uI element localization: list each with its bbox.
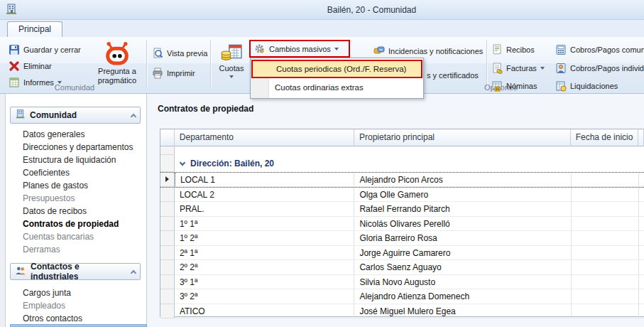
cell-propietario[interactable]: Olga Olle Gamero: [354, 188, 571, 203]
column-header-propietario[interactable]: Propietario principal: [354, 129, 571, 146]
print-button[interactable]: Imprimir: [152, 66, 195, 80]
sidebar-item-otros-contactos[interactable]: Otros contactos: [6, 312, 147, 325]
cell-propietario[interactable]: Gloria Barreiro Rosa: [354, 231, 571, 246]
recibos-button[interactable]: Recibos: [491, 43, 535, 57]
cell-propietario[interactable]: Alejandro Picon Arcos: [354, 173, 571, 187]
chevron-down-icon: [334, 48, 339, 53]
table-row[interactable]: 2ª 1ª Jorge Aguirre Camarero: [160, 246, 644, 261]
cell-departamento[interactable]: 1º 1ª: [175, 217, 354, 232]
incidencias-button[interactable]: Incidencias y notificaciones: [373, 44, 483, 58]
cell-fecha[interactable]: [572, 217, 639, 232]
sidebar-item-presupuestos[interactable]: Presupuestos: [6, 192, 147, 205]
cell-fecha[interactable]: [572, 202, 639, 217]
cell-fecha[interactable]: [572, 231, 639, 246]
sidebar-section-contactos[interactable]: Contactos e industriales: [10, 263, 141, 280]
cell-departamento[interactable]: LOCAL 2: [175, 188, 354, 203]
cell-extra: [639, 260, 644, 275]
cell-departamento[interactable]: ATICO: [175, 304, 354, 319]
cell-fecha[interactable]: [572, 246, 639, 261]
cuotas-button[interactable]: Cuotas: [214, 40, 249, 80]
cobros-pagos-comunes-button[interactable]: Cobros/Pagos comuni: [555, 43, 644, 57]
cell-fecha[interactable]: [572, 173, 639, 187]
tab-principal[interactable]: Principal: [7, 21, 62, 37]
menu-item-cuotas-periodicas[interactable]: Cuotas periodicas (Ord./F. Reserva): [251, 60, 422, 78]
cell-departamento[interactable]: 3º 1ª: [175, 275, 354, 290]
cell-departamento[interactable]: PRAL.: [175, 202, 354, 217]
cell-fecha[interactable]: [572, 188, 639, 203]
svg-text:H: H: [496, 87, 498, 91]
chevron-down-icon[interactable]: [180, 159, 185, 165]
sidebar-item-coeficientes[interactable]: Coeficientes: [6, 166, 147, 179]
cell-departamento[interactable]: 2º 2ª: [175, 260, 354, 275]
table-row[interactable]: 3º 2ª Alejandro Atienza Domenech: [160, 289, 644, 304]
liquidaciones-icon: [555, 80, 567, 92]
cell-departamento[interactable]: 2ª 1ª: [175, 246, 354, 261]
delete-icon: [9, 60, 20, 72]
facturas-button[interactable]: Facturas: [491, 61, 545, 75]
menu-item-cuotas-ordinarias-extras[interactable]: Cuotas ordinarias extras: [251, 79, 423, 98]
table-row[interactable]: PRAL. Rafael Ferrando Pitarch: [160, 202, 644, 217]
cell-extra: [639, 289, 644, 304]
column-header-departamento[interactable]: Departamento: [175, 129, 354, 146]
table-row[interactable]: ATICO José Miguel Mulero Egea: [160, 304, 644, 319]
preview-button[interactable]: Vista previa: [152, 46, 207, 60]
group-row-label: Dirección: Bailén, 20: [190, 159, 274, 168]
table-row[interactable]: 3º 1ª Silvia Novo Augusto: [160, 275, 644, 290]
sidebar-item-cargos-junta[interactable]: Cargos junta: [6, 286, 147, 299]
cell-fecha[interactable]: [572, 275, 639, 290]
cell-propietario[interactable]: José Miguel Mulero Egea: [354, 304, 571, 319]
liquidaciones-button[interactable]: Liquidaciones: [555, 79, 618, 93]
preview-label: Vista previa: [167, 49, 207, 58]
sidebar-item-derramas[interactable]: Derramas: [6, 243, 147, 256]
cell-fecha[interactable]: [572, 304, 639, 319]
row-indicator-cell: [160, 146, 175, 155]
robot-icon: [104, 40, 130, 67]
cell-departamento[interactable]: 1º 2ª: [175, 231, 354, 246]
people-icon: [15, 266, 26, 278]
table-row[interactable]: 1º 1ª Nicolás Olivares Perelló: [160, 217, 644, 232]
cell-propietario[interactable]: Nicolás Olivares Perelló: [354, 217, 571, 232]
cell-departamento[interactable]: 3º 2ª: [175, 289, 354, 304]
sidebar-item-contratos-propiedad[interactable]: Contratos de propiedad: [6, 218, 147, 230]
cobros-pagos-comunes-label: Cobros/Pagos comuni: [570, 45, 644, 54]
cell-propietario[interactable]: Alejandro Atienza Domenech: [354, 289, 571, 304]
table-row[interactable]: LOCAL 2 Olga Olle Gamero: [160, 188, 644, 203]
cell-departamento[interactable]: LOCAL 1: [175, 173, 354, 187]
ask-pragmatico-button[interactable]: Pregunta a pragmático: [89, 40, 145, 85]
table-row[interactable]: LOCAL 1 Alejandro Picon Arcos: [160, 172, 644, 188]
cell-fecha[interactable]: [572, 289, 639, 304]
reports-label: Informes: [23, 78, 54, 87]
cell-propietario[interactable]: Silvia Novo Augusto: [354, 275, 571, 290]
sidebar-item-direcciones[interactable]: Direcciones y departamentos: [6, 141, 147, 154]
table-row[interactable]: 1º 2ª Gloria Barreiro Rosa: [160, 231, 644, 246]
sidebar-item-datos-recibos[interactable]: Datos de recibos: [6, 205, 147, 218]
save-close-label: Guardar y cerrar: [23, 45, 81, 54]
nominas-button[interactable]: H Nóminas: [491, 79, 537, 93]
ribbon-divider: [210, 40, 212, 87]
coins-calendar-icon: [221, 40, 242, 64]
sidebar-next-section-edge[interactable]: [10, 324, 147, 327]
cell-propietario[interactable]: Carlos Saenz Aguayo: [354, 260, 571, 275]
reports-button[interactable]: Informes: [9, 75, 62, 90]
sidebar-section-comunidad[interactable]: Comunidad: [10, 107, 141, 124]
sidebar-item-planes-gastos[interactable]: Planes de gastos: [6, 179, 147, 192]
print-label: Imprimir: [167, 69, 195, 77]
cambios-masivos-button[interactable]: Cambios masivos: [254, 42, 339, 56]
table-row[interactable]: 2º 2ª Carlos Saenz Aguayo: [160, 260, 644, 275]
certificados-label-fragment[interactable]: s y certificados: [427, 71, 479, 80]
sidebar-item-empleados[interactable]: Empleados: [6, 299, 147, 312]
sidebar-item-cuentas-bancarias[interactable]: Cuentas bancarias: [6, 230, 147, 243]
sidebar-item-datos-generales[interactable]: Datos generales: [6, 128, 147, 141]
liquidaciones-label: Liquidaciones: [570, 82, 618, 90]
delete-button[interactable]: Eliminar: [9, 59, 52, 73]
current-row-arrow-icon: [165, 176, 169, 182]
cell-propietario[interactable]: Jorge Aguirre Camarero: [354, 246, 571, 261]
table-group-row[interactable]: Dirección: Bailén, 20: [160, 155, 644, 172]
sidebar-item-estructura-liquidacion[interactable]: Estructura de liquidación: [6, 154, 147, 166]
save-close-button[interactable]: Guardar y cerrar: [9, 43, 81, 57]
cobros-pagos-individuales-button[interactable]: Cobros/Pagos individu: [555, 61, 644, 75]
column-header-fecha[interactable]: Fecha de inicio: [571, 129, 638, 146]
cell-propietario[interactable]: Rafael Ferrando Pitarch: [354, 202, 571, 217]
cell-fecha[interactable]: [572, 260, 639, 275]
left-rail: [0, 94, 6, 327]
